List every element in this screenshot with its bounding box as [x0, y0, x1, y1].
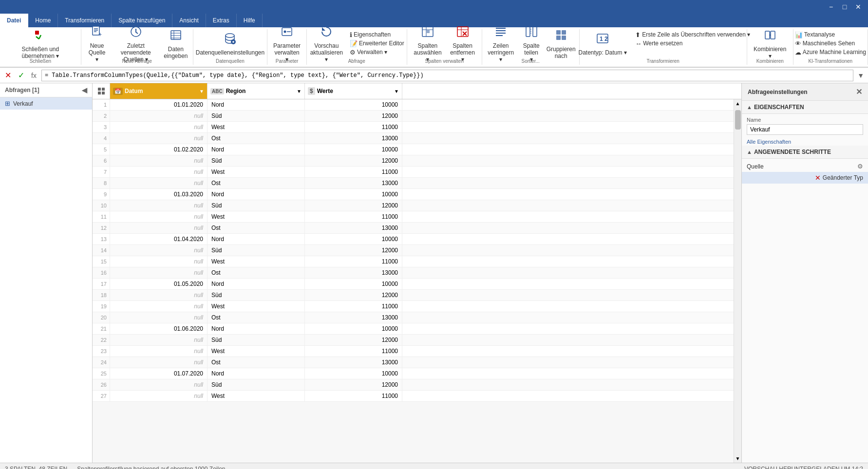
azure-ml-label: Azure Machine Learning	[803, 49, 866, 56]
table-row[interactable]: 11nullWest11000	[93, 211, 734, 223]
table-row[interactable]: 14nullSüd12000	[93, 245, 734, 256]
kombinieren-button[interactable]: Kombinieren ▾	[750, 30, 790, 57]
zeilen-verringern-button[interactable]: Zeilenverringern ▾	[483, 30, 518, 57]
section-eigenschaften[interactable]: ▲ EIGENSCHAFTEN	[742, 101, 868, 114]
erste-zeile-icon: ⬆	[635, 31, 641, 38]
table-row[interactable]: 19nullWest11000	[93, 301, 734, 312]
neue-quelle-button[interactable]: + NeueQuelle ▾	[84, 30, 110, 57]
daten-eingeben-label: Dateneingeben	[164, 46, 188, 59]
right-panel-close-button[interactable]: ✕	[856, 87, 862, 96]
tab-ansicht[interactable]: Ansicht	[172, 14, 206, 27]
kombinieren-label: Kombinieren ▾	[754, 46, 787, 59]
vertical-scrollbar[interactable]: ▲ ▼	[734, 99, 741, 463]
gruppieren-nach-button[interactable]: Gruppierennach	[544, 30, 578, 57]
schliessen-uebernehmen-button[interactable]: Schließen und übernehmen ▾	[3, 30, 78, 57]
alle-eigenschaften-link[interactable]: Alle Eigenschaften	[742, 138, 868, 146]
spalten-entfernen-button[interactable]: Spaltenentfernen ▾	[446, 30, 479, 57]
erweiterter-editor-button[interactable]: 📝 Erweiterter Editor	[347, 39, 407, 48]
datentyp-button[interactable]: 1 2 Datentyp: Datum ▾	[573, 30, 632, 57]
table-row[interactable]: 2101.06.2020Nord10000	[93, 323, 734, 335]
scroll-thumb[interactable]	[735, 110, 741, 130]
table-row[interactable]: 18nullSüd12000	[93, 290, 734, 301]
datenquelleneinstellungen-button[interactable]: Datenquelleneinstellungen	[192, 30, 268, 57]
tab-home[interactable]: Home	[28, 14, 58, 27]
werte-ersetzen-button[interactable]: ↔ Werte ersetzen	[633, 39, 753, 48]
datum-dropdown[interactable]: ▼	[199, 89, 204, 94]
group-spalten-verwalten: Spaltenauswählen ▾ Spaltenentfernen ▾ Sp…	[407, 29, 482, 65]
table-row[interactable]: 26nullSüd12000	[93, 379, 734, 391]
parameter-verwalten-button[interactable]: Parameterverwalten ▾	[270, 30, 304, 57]
group-datenquellen-label: Datenquellen	[216, 58, 245, 64]
table-row[interactable]: 7nullWest11000	[93, 167, 734, 178]
table-row[interactable]: 2501.07.2020Nord10000	[93, 368, 734, 379]
region-type-icon: ABC	[210, 88, 224, 94]
zuletzt-verwendete-button[interactable]: Zuletzt verwendeteQuellen ▾	[111, 30, 161, 57]
table-row[interactable]: 2nullSüd12000	[93, 111, 734, 122]
vorschau-aktualisieren-button[interactable]: Vorschauaktualisieren ▾	[307, 30, 346, 57]
table-row[interactable]: 10nullSüd12000	[93, 200, 734, 211]
erste-zeile-button[interactable]: ⬆ Erste Zeile als Überschriften verwende…	[633, 30, 753, 39]
maschinelles-sehen-button[interactable]: 👁 Maschinelles Sehen	[793, 39, 868, 48]
table-row[interactable]: 501.02.2020Nord10000	[93, 144, 734, 155]
table-row[interactable]: 12nullOst13000	[93, 223, 734, 234]
group-kombinieren-buttons: Kombinieren ▾	[750, 30, 790, 57]
step-delete-icon[interactable]: ✕	[815, 174, 821, 182]
cell-region: Ost	[208, 133, 305, 144]
formula-confirm-button[interactable]: ✓	[16, 70, 26, 81]
table-row[interactable]: 1301.04.2020Nord10000	[93, 234, 734, 245]
table-row[interactable]: 101.01.2020Nord10000	[93, 99, 734, 111]
table-row[interactable]: 1701.05.2020Nord10000	[93, 279, 734, 290]
col-header-region[interactable]: ABC Region ▼	[208, 83, 305, 99]
query-item-verkauf[interactable]: ⊞ Verkauf	[0, 97, 92, 110]
table-row[interactable]: 15nullWest11000	[93, 256, 734, 267]
table-row[interactable]: 6nullSüd12000	[93, 155, 734, 167]
name-input[interactable]	[747, 124, 863, 135]
daten-eingeben-button[interactable]: Dateneingeben	[162, 30, 189, 57]
table-row[interactable]: 4nullOst13000	[93, 133, 734, 144]
scroll-track[interactable]	[734, 108, 741, 454]
step-quelle-gear[interactable]: ⚙	[857, 163, 863, 170]
formula-input[interactable]	[41, 70, 853, 81]
col-header-datum[interactable]: 📅 Datum ▼	[110, 83, 208, 99]
table-row[interactable]: 24nullOst13000	[93, 357, 734, 368]
grid-header: 📅 Datum ▼ ABC Region ▼ $ Werte ▼	[93, 83, 741, 99]
maximize-button[interactable]: □	[839, 2, 850, 12]
textanalyse-button[interactable]: 📊 Textanalyse	[793, 30, 868, 39]
table-row[interactable]: 20nullOst13000	[93, 312, 734, 323]
table-row[interactable]: 901.03.2020Nord10000	[93, 189, 734, 200]
table-row[interactable]: 27nullWest11000	[93, 391, 734, 402]
table-row[interactable]: 23nullWest11000	[93, 346, 734, 357]
group-transformieren: 1 2 Datentyp: Datum ▾ ⬆ Erste Zeile als …	[580, 29, 747, 65]
spalten-auswaehlen-button[interactable]: Spaltenauswählen ▾	[410, 30, 445, 57]
row-number: 10	[93, 200, 110, 211]
formula-expand-button[interactable]: ▼	[856, 71, 865, 80]
table-row[interactable]: 3nullWest11000	[93, 122, 734, 133]
region-dropdown[interactable]: ▼	[297, 89, 302, 94]
table-row[interactable]: 22nullSüd12000	[93, 335, 734, 346]
step-geaenderter-typ[interactable]: ✕ Geänderter Typ	[742, 172, 868, 184]
grid-body[interactable]: 101.01.2020Nord100002nullSüd120003nullWe…	[93, 99, 734, 463]
step-quelle[interactable]: Quelle ⚙	[742, 161, 868, 172]
scroll-up-arrow[interactable]: ▲	[734, 99, 741, 108]
minimize-button[interactable]: −	[825, 2, 837, 12]
tab-datei[interactable]: Datei	[0, 14, 28, 27]
col-header-werte[interactable]: $ Werte ▼	[305, 83, 402, 99]
eigenschaften-button[interactable]: ℹ Eigenschaften	[347, 30, 407, 39]
spalte-teilen-button[interactable]: Spalteteilen ▾	[519, 30, 543, 57]
group-parameter-buttons: Parameterverwalten ▾	[270, 30, 304, 57]
scroll-down-arrow[interactable]: ▼	[734, 454, 741, 463]
tab-hilfe[interactable]: Hilfe	[237, 14, 263, 27]
werte-dropdown[interactable]: ▼	[394, 89, 399, 94]
verwalten-button[interactable]: ⚙ Verwalten ▾	[347, 48, 407, 56]
close-button[interactable]: ✕	[852, 2, 864, 12]
table-row[interactable]: 8nullOst13000	[93, 178, 734, 189]
formula-cancel-button[interactable]: ✕	[3, 70, 13, 81]
azure-ml-button[interactable]: ☁ Azure Machine Learning	[793, 48, 868, 56]
tab-extras[interactable]: Extras	[206, 14, 237, 27]
spalten-entfernen-icon	[456, 25, 470, 41]
section-schritte[interactable]: ▲ ANGEWENDETE SCHRITTE	[742, 146, 868, 159]
queries-collapse-button[interactable]: ◀	[82, 86, 87, 94]
editor-icon: 📝	[350, 40, 358, 47]
group-sortier-label: Sortier...	[522, 58, 540, 64]
table-row[interactable]: 16nullOst13000	[93, 267, 734, 279]
